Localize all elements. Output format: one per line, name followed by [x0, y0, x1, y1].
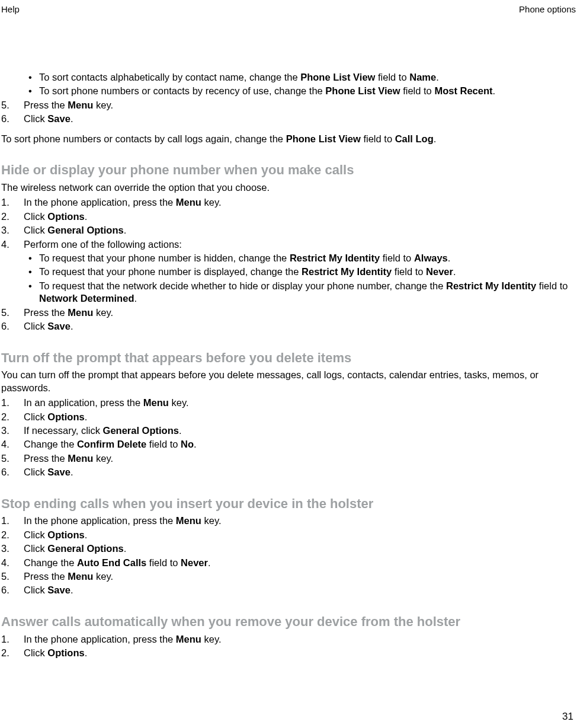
list-item: 1.In an application, press the Menu key. [19, 397, 576, 409]
bold-text: Auto End Calls [77, 557, 146, 568]
bold-text: Never [181, 557, 208, 568]
text: To request that the network decide wheth… [39, 280, 446, 291]
section-steps: 1.In the phone application, press the Me… [1, 515, 576, 597]
text: To sort contacts alphabetically by conta… [39, 72, 300, 82]
bold-text: Menu [176, 634, 201, 644]
list-item: 6.Click Save. [19, 113, 576, 125]
section-title-answer-auto: Answer calls automatically when you remo… [1, 614, 576, 631]
text: In the phone application, press the [24, 634, 176, 644]
text: . [70, 113, 73, 124]
step-number: 1. [1, 633, 15, 646]
list-item: 5.Press the Menu key. [19, 570, 576, 583]
text: . [70, 585, 73, 595]
list-item: 1.In the phone application, press the Me… [19, 515, 576, 527]
intro-steps: 5.Press the Menu key. 6.Click Save. [1, 99, 576, 126]
text: . [85, 647, 88, 658]
text: key. [93, 307, 113, 318]
text: field to [146, 439, 181, 449]
list-item: To request that your phone number is hid… [39, 252, 576, 264]
text: . [70, 467, 73, 477]
text: field to [375, 72, 409, 82]
list-item: To sort contacts alphabetically by conta… [39, 71, 576, 84]
step-number: 6. [1, 113, 15, 125]
section-title-stop-ending-calls: Stop ending calls when you insert your d… [1, 496, 576, 513]
list-item: To request that your phone number is dis… [39, 266, 576, 278]
step-number: 5. [1, 306, 15, 319]
step-number: 6. [1, 466, 15, 478]
list-item: 2.Click Options. [19, 411, 576, 423]
text: . [208, 557, 211, 568]
step-number: 5. [1, 99, 15, 111]
bold-text: Restrict My Identity [290, 253, 380, 263]
text: . [85, 211, 88, 222]
list-item: 5.Press the Menu key. [19, 306, 576, 319]
page: Help Phone options To sort contacts alph… [0, 0, 577, 728]
list-item: 2.Click Options. [19, 210, 576, 223]
text: . [453, 266, 456, 277]
text: field to [361, 133, 395, 144]
text: . [493, 85, 496, 96]
bold-text: Confirm Delete [77, 439, 146, 449]
bold-text: Menu [176, 515, 201, 526]
text: Click [24, 467, 47, 477]
step-number: 1. [1, 515, 15, 527]
bold-text: Save [47, 321, 70, 331]
page-number: 31 [562, 710, 573, 723]
bold-text: Menu [143, 397, 169, 408]
list-item: To sort phone numbers or contacts by rec… [39, 85, 576, 97]
text: Press the [24, 307, 68, 318]
intro-bullets: To sort contacts alphabetically by conta… [1, 71, 576, 98]
bold-text: Menu [68, 571, 93, 582]
bold-text: Phone List View [286, 133, 361, 144]
bold-text: Network Determined [39, 293, 134, 304]
page-body: To sort contacts alphabetically by conta… [1, 70, 576, 660]
bold-text: General Options [47, 225, 123, 235]
bold-text: Never [426, 266, 453, 277]
text: Click [24, 411, 47, 422]
step-number: 4. [1, 557, 15, 569]
list-item: 1.In the phone application, press the Me… [19, 633, 576, 646]
text: Click [24, 225, 47, 235]
bold-text: Name [409, 72, 436, 82]
text: Click [24, 113, 47, 124]
list-item: 4.Change the Confirm Delete field to No. [19, 438, 576, 451]
bold-text: Most Recent [434, 85, 492, 96]
bold-text: Menu [68, 307, 93, 318]
step-number: 5. [1, 452, 15, 465]
text: key. [93, 453, 113, 464]
text: Click [24, 321, 47, 331]
text: If necessary, click [24, 425, 103, 436]
text: field to [146, 557, 181, 568]
bold-text: Menu [68, 453, 93, 464]
text: Change the [24, 557, 77, 568]
list-item: 6.Click Save. [19, 584, 576, 596]
bold-text: General Options [103, 425, 179, 436]
list-item: 2.Click Options. [19, 647, 576, 659]
step-number: 1. [1, 196, 15, 209]
bold-text: Options [47, 211, 84, 222]
step-number: 2. [1, 411, 15, 423]
page-header: Help Phone options [1, 4, 576, 15]
text: Press the [24, 571, 68, 582]
text: To sort phone numbers or contacts by cal… [1, 133, 286, 144]
bold-text: Restrict My Identity [302, 266, 392, 277]
text: . [85, 529, 88, 540]
step-number: 2. [1, 647, 15, 659]
text: key. [169, 397, 189, 408]
list-item: 3.Click General Options. [19, 224, 576, 237]
bold-text: Options [47, 647, 84, 658]
text: . [434, 133, 437, 144]
bold-text: Menu [176, 197, 201, 207]
section-title-hide-number: Hide or display your phone number when y… [1, 162, 576, 179]
bold-text: Options [47, 411, 84, 422]
text: key. [201, 634, 222, 644]
text: Perform one of the following actions: [24, 239, 182, 250]
bold-text: Options [47, 529, 84, 540]
text: In the phone application, press the [24, 515, 176, 526]
bold-text: General Options [47, 543, 123, 554]
text: field to [392, 266, 426, 277]
text: To request that your phone number is dis… [39, 266, 302, 277]
text: key. [93, 571, 113, 582]
text: field to [380, 253, 414, 263]
step-number: 4. [1, 238, 15, 251]
